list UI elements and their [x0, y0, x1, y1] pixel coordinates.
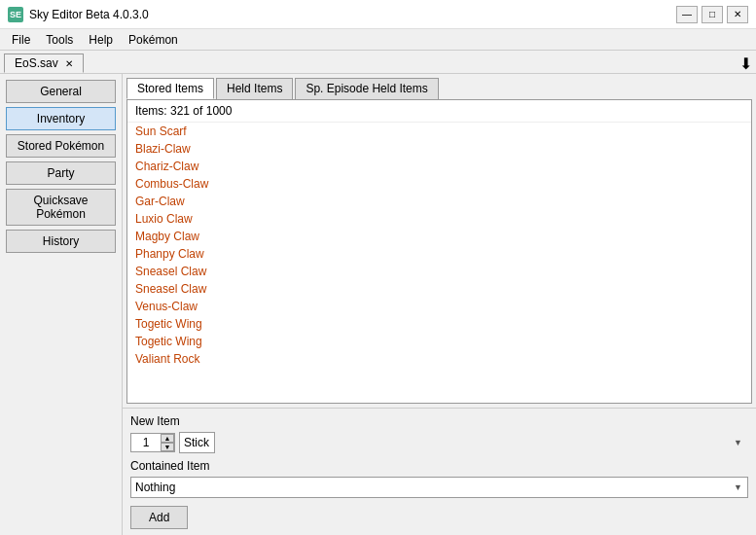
menu-tools[interactable]: Tools	[38, 31, 81, 49]
menu-help[interactable]: Help	[81, 31, 121, 49]
sidebar-btn-party[interactable]: Party	[6, 161, 116, 185]
sidebar-btn-inventory[interactable]: Inventory	[6, 107, 116, 130]
menu-bar: File Tools Help Pokémon	[0, 29, 756, 51]
list-item[interactable]: Togetic Wing	[127, 333, 751, 350]
list-item[interactable]: Phanpy Claw	[127, 245, 751, 263]
tab-held-items[interactable]: Held Items	[216, 78, 293, 99]
tab-panel: Items: 321 of 1000 Sun ScarfBlazi-ClawCh…	[126, 99, 752, 404]
list-item[interactable]: Chariz-Claw	[127, 158, 751, 175]
sidebar: General Inventory Stored Pokémon Party Q…	[0, 74, 123, 535]
close-button[interactable]: ✕	[727, 6, 748, 23]
list-item[interactable]: Luxio Claw	[127, 210, 751, 228]
file-tab-label: EoS.sav	[15, 56, 58, 70]
title-bar: SE Sky Editor Beta 4.0.3.0 — □ ✕	[0, 0, 756, 29]
title-bar-left: SE Sky Editor Beta 4.0.3.0	[8, 7, 149, 22]
title-bar-controls: — □ ✕	[676, 6, 748, 23]
main-layout: General Inventory Stored Pokémon Party Q…	[0, 74, 756, 535]
content-area: Stored Items Held Items Sp. Episode Held…	[123, 74, 756, 535]
tab-stored-items[interactable]: Stored Items	[126, 78, 214, 99]
tab-dropdown-arrow[interactable]: ⬇	[739, 54, 752, 73]
contained-select-wrap: Nothing	[130, 477, 748, 498]
item-select-wrap: Stick	[179, 432, 748, 453]
items-count: Items: 321 of 1000	[127, 100, 751, 123]
qty-down-arrow[interactable]: ▼	[161, 443, 174, 451]
minimize-button[interactable]: —	[676, 6, 698, 23]
sidebar-btn-history[interactable]: History	[6, 230, 116, 253]
menu-file[interactable]: File	[4, 31, 38, 49]
list-item[interactable]: Magby Claw	[127, 228, 751, 245]
list-item[interactable]: Sun Scarf	[127, 123, 751, 140]
list-item[interactable]: Combus-Claw	[127, 175, 751, 193]
new-item-label: New Item	[130, 414, 748, 428]
list-item[interactable]: Sneasel Claw	[127, 263, 751, 280]
menu-pokemon[interactable]: Pokémon	[121, 31, 186, 49]
list-item[interactable]: Gar-Claw	[127, 193, 751, 210]
sidebar-btn-general[interactable]: General	[6, 80, 116, 103]
list-item[interactable]: Blazi-Claw	[127, 140, 751, 158]
app-title: Sky Editor Beta 4.0.3.0	[29, 8, 149, 21]
quantity-arrows: ▲ ▼	[161, 434, 174, 451]
tab-bar: EoS.sav ✕ ⬇	[0, 51, 756, 74]
new-item-section: New Item ▲ ▼ Stick Contained Item	[123, 408, 756, 535]
sidebar-btn-quicksave-pokemon[interactable]: Quicksave Pokémon	[6, 189, 116, 226]
contained-label: Contained Item	[130, 459, 748, 473]
file-tab[interactable]: EoS.sav ✕	[4, 54, 84, 73]
sidebar-btn-stored-pokemon[interactable]: Stored Pokémon	[6, 134, 116, 158]
item-select[interactable]: Stick	[179, 432, 215, 453]
qty-up-arrow[interactable]: ▲	[161, 434, 174, 443]
quantity-input[interactable]	[131, 434, 161, 451]
list-item[interactable]: Sneasel Claw	[127, 280, 751, 298]
app-icon: SE	[8, 7, 23, 22]
new-item-row: ▲ ▼ Stick	[130, 432, 748, 453]
list-item[interactable]: Togetic Wing	[127, 315, 751, 333]
list-item[interactable]: Valiant Rock	[127, 350, 751, 368]
list-item[interactable]: Venus-Claw	[127, 298, 751, 315]
contained-select[interactable]: Nothing	[130, 477, 748, 498]
file-tab-close[interactable]: ✕	[65, 58, 73, 69]
tab-sp-episode-held-items[interactable]: Sp. Episode Held Items	[295, 78, 438, 99]
maximize-button[interactable]: □	[702, 6, 723, 23]
add-button[interactable]: Add	[130, 506, 188, 529]
quantity-wrapper: ▲ ▼	[130, 433, 175, 452]
items-list[interactable]: Sun ScarfBlazi-ClawChariz-ClawCombus-Cla…	[127, 123, 751, 403]
inner-tabs: Stored Items Held Items Sp. Episode Held…	[123, 74, 756, 99]
